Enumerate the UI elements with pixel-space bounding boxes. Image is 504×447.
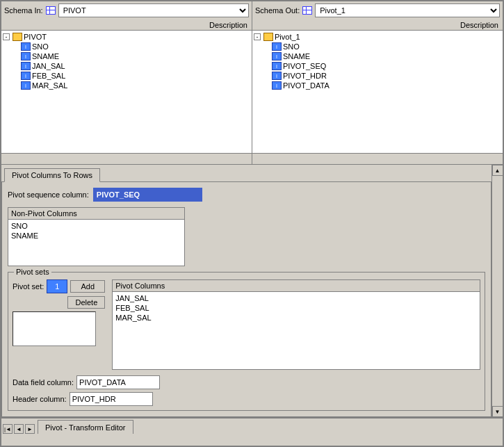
tree-out-sname: I SNAME bbox=[254, 51, 501, 61]
pivot-seq-label: Pivot sequence column: bbox=[8, 190, 89, 199]
tree-child-sname: I SNAME bbox=[3, 51, 250, 61]
field-label-out-pivot-data: PIVOT_DATA bbox=[283, 81, 330, 90]
non-pivot-item-sno: SNO bbox=[11, 221, 181, 231]
field-icon-out-pivot-data: I bbox=[272, 81, 282, 90]
field-label-out-sname: SNAME bbox=[283, 52, 310, 60]
schema-in-tree: - PIVOT I SNO I SNAME I JAN_SAL bbox=[1, 31, 252, 153]
non-pivot-columns-box: Non-Pivot Columns SNO SNAME bbox=[8, 207, 185, 266]
tree-root-out-label: Pivot_1 bbox=[275, 33, 300, 41]
add-button[interactable]: Add bbox=[70, 280, 105, 293]
pivot-sets-group: Pivot sets Pivot set: 1 Add bbox=[8, 272, 485, 411]
pivot-sets-legend: Pivot sets bbox=[14, 268, 51, 276]
schema-out-tree: - Pivot_1 I SNO I SNAME I PIVOT_SEQ bbox=[252, 31, 503, 153]
schema-out-label: Schema Out: bbox=[255, 6, 300, 15]
field-label-jan: JAN_SAL bbox=[32, 62, 65, 70]
field-icon-sno: I bbox=[21, 42, 31, 51]
data-field-label: Data field column: bbox=[13, 378, 74, 387]
tree-child-mar: I MAR_SAL bbox=[3, 81, 250, 90]
tree-child-jan: I JAN_SAL bbox=[3, 61, 250, 71]
delete-button[interactable]: Delete bbox=[67, 296, 105, 309]
right-scrollbar[interactable]: ▲ ▼ bbox=[491, 165, 503, 417]
header-col-label: Header column: bbox=[13, 395, 67, 403]
field-label-sno: SNO bbox=[32, 42, 49, 51]
field-label-out-pivot-hdr: PIVOT_HDR bbox=[283, 72, 327, 80]
schema-out-grid-icon bbox=[302, 6, 312, 15]
field-label-feb: FEB_SAL bbox=[32, 72, 65, 80]
pivot-col-jan: JAN_SAL bbox=[115, 293, 477, 303]
tree-out-pivot-seq: I PIVOT_SEQ bbox=[254, 61, 501, 71]
field-label-mar: MAR_SAL bbox=[32, 81, 67, 90]
schema-out-select[interactable]: Pivot_1 bbox=[315, 3, 500, 17]
field-icon-out-sno: I bbox=[272, 42, 282, 51]
pivot-columns-box: Pivot Columns JAN_SAL FEB_SAL MAR_SAL bbox=[112, 279, 480, 370]
tree-root-label: PIVOT bbox=[24, 33, 47, 41]
tree-out-pivot-hdr: I PIVOT_HDR bbox=[254, 71, 501, 81]
field-icon-sname: I bbox=[21, 52, 31, 60]
non-pivot-header: Non-Pivot Columns bbox=[11, 209, 77, 218]
tab-pivot-columns-label: Pivot Columns To Rows bbox=[12, 171, 92, 179]
pivot-seq-input[interactable] bbox=[93, 188, 202, 202]
field-icon-out-sname: I bbox=[272, 52, 282, 60]
tree-root-pivot[interactable]: - PIVOT bbox=[3, 32, 250, 42]
header-col-input[interactable] bbox=[70, 392, 153, 406]
tree-out-sno: I SNO bbox=[254, 42, 501, 51]
bottom-tab-bar: |◄ ◄ ► Pivot - Transform Editor bbox=[1, 417, 503, 434]
schema-in-desc-col: Description bbox=[209, 21, 247, 29]
field-label-out-pivot-seq: PIVOT_SEQ bbox=[283, 62, 326, 70]
field-icon-mar: I bbox=[21, 81, 31, 90]
pivot-set-list-item[interactable]: 1 bbox=[47, 279, 67, 293]
field-label-sname: SNAME bbox=[32, 52, 59, 60]
field-icon-jan: I bbox=[21, 62, 31, 70]
tree-out-pivot-data: I PIVOT_DATA bbox=[254, 81, 501, 90]
schema-in-label: Schema In: bbox=[4, 6, 43, 15]
pivot-columns-header: Pivot Columns bbox=[115, 282, 165, 290]
tab-pivot-columns[interactable]: Pivot Columns To Rows bbox=[4, 168, 100, 182]
pivot-col-feb: FEB_SAL bbox=[115, 303, 477, 313]
folder-icon-pivot1 bbox=[263, 33, 273, 41]
pivot-set-listbox[interactable] bbox=[13, 311, 96, 346]
folder-icon-pivot bbox=[13, 33, 22, 41]
nav-prev-btn[interactable]: ◄ bbox=[14, 424, 24, 434]
schema-out-desc-col: Description bbox=[460, 21, 498, 29]
bottom-tab-label: Pivot - Transform Editor bbox=[45, 423, 126, 432]
nav-first-btn[interactable]: |◄ bbox=[3, 424, 13, 434]
tree-child-sno: I SNO bbox=[3, 42, 250, 51]
schema-in-grid-icon bbox=[46, 6, 56, 15]
field-icon-feb: I bbox=[21, 72, 31, 80]
field-icon-out-pivot-seq: I bbox=[272, 62, 282, 70]
expand-pivot[interactable]: - bbox=[3, 33, 10, 40]
field-icon-out-pivot-hdr: I bbox=[272, 72, 282, 80]
expand-pivot1[interactable]: - bbox=[254, 33, 261, 40]
schema-in-select[interactable]: PIVOT bbox=[58, 3, 249, 17]
bottom-tab-pivot[interactable]: Pivot - Transform Editor bbox=[38, 420, 133, 434]
field-label-out-sno: SNO bbox=[283, 42, 300, 51]
pivot-set-label: Pivot set: bbox=[13, 282, 44, 291]
data-field-input[interactable] bbox=[76, 375, 160, 389]
scroll-down-btn[interactable]: ▼ bbox=[492, 406, 503, 417]
scroll-track[interactable] bbox=[492, 176, 503, 406]
tree-root-pivot1[interactable]: - Pivot_1 bbox=[254, 32, 501, 42]
nav-next-btn[interactable]: ► bbox=[25, 424, 35, 434]
non-pivot-item-sname: SNAME bbox=[11, 231, 181, 241]
tree-child-feb: I FEB_SAL bbox=[3, 71, 250, 81]
scroll-up-btn[interactable]: ▲ bbox=[492, 165, 503, 176]
pivot-col-mar: MAR_SAL bbox=[115, 313, 477, 323]
schema-out-scrollbar[interactable] bbox=[252, 154, 503, 164]
schema-in-scrollbar[interactable] bbox=[1, 154, 252, 164]
